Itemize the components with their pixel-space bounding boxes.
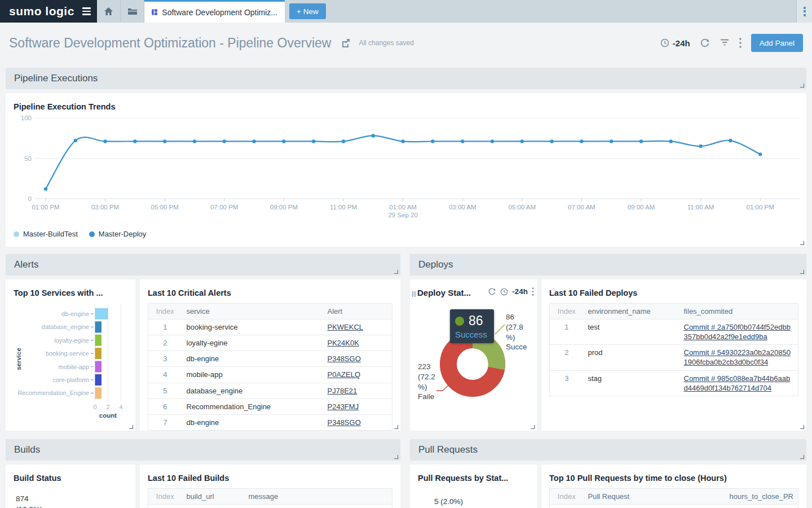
header-actions: -24h Add Panel <box>660 34 803 52</box>
resize-handle-icon[interactable] <box>394 270 398 274</box>
cell-link[interactable]: P243FMJ <box>328 402 359 411</box>
new-tab-button[interactable]: + New <box>289 3 326 19</box>
menu-icon[interactable] <box>82 7 91 15</box>
bar-booking-service[interactable] <box>95 348 102 359</box>
data-table: IndexserviceAlert1booking-servicePKWEKCL… <box>148 303 392 431</box>
dashboard-grid-icon <box>152 8 157 16</box>
add-panel-button[interactable]: Add Panel <box>751 34 803 52</box>
resize-handle-icon[interactable] <box>800 241 804 245</box>
cell-link[interactable]: Commit # 985c088ea7b44b6aabd4469d0f134b7… <box>684 374 791 392</box>
panel-title: Build Status <box>6 465 135 483</box>
bar-loyalty-egine[interactable] <box>95 335 102 346</box>
section-pull-requests[interactable]: Pull Requests <box>410 439 806 461</box>
svg-text:29 Sep 20: 29 Sep 20 <box>388 212 417 218</box>
cell-link[interactable]: P348SGO <box>328 418 361 427</box>
panel-title: Top 10 Pull Requests by time to close (H… <box>541 465 806 483</box>
tab-bar-menu-icon[interactable] <box>796 0 812 23</box>
resize-handle-icon[interactable] <box>129 425 133 429</box>
column-header[interactable]: message <box>244 489 392 505</box>
services-bar-chart[interactable]: 024db-enginedatabase_engineloyalty-egine… <box>6 300 135 423</box>
bar-core-platform[interactable] <box>95 374 102 386</box>
section-title: Pull Requests <box>418 444 478 456</box>
column-header[interactable]: Pull Request <box>584 489 725 505</box>
sumo-logic-logo[interactable]: sumo logic <box>0 0 97 23</box>
svg-text:100: 100 <box>21 115 32 121</box>
table-row: 3db-engineP348SGO <box>148 351 392 367</box>
column-header[interactable]: Index <box>148 304 182 319</box>
svg-text:03:00 PM: 03:00 PM <box>91 204 119 211</box>
table-row: 2loyalty-eginePK24K0K <box>148 335 392 351</box>
bar-Recommendation_Engine[interactable] <box>95 387 102 398</box>
section-pipeline-executions[interactable]: Pipeline Executions <box>6 68 806 89</box>
chart-tooltip: 86 Success <box>450 309 494 343</box>
pipeline-trends-chart[interactable]: 05010001:00 PM03:00 PM05:00 PM07:00 PM09… <box>6 112 806 223</box>
donut-callout-failed: 223 (72.2 %) Faile <box>418 362 445 402</box>
column-header[interactable]: environment_name <box>584 304 679 319</box>
data-table: Indexenvironment_namefiles_commited1test… <box>549 303 798 396</box>
resize-handle-icon[interactable] <box>800 270 804 274</box>
svg-text:0: 0 <box>93 404 96 410</box>
column-header[interactable]: hours_to_close_PR <box>725 489 798 505</box>
cell-link[interactable]: PJ78E21 <box>328 387 358 395</box>
bar-database_engine[interactable] <box>95 321 102 332</box>
section-alerts[interactable]: Alerts <box>6 254 400 275</box>
time-range-control[interactable]: -24h <box>660 38 690 48</box>
cell-link[interactable]: Commit # 2a750f0b0744f52edbb357bb0d42a2f… <box>684 323 791 341</box>
column-header[interactable]: build_url <box>182 489 244 505</box>
bar-mobile-app[interactable] <box>95 361 102 373</box>
section-deploys[interactable]: Deploys <box>410 254 806 275</box>
pull-requests-table: IndexPull Requesthours_to_close_PR <box>541 488 806 508</box>
svg-text:01:00 AM: 01:00 AM <box>389 204 417 211</box>
resize-handle-icon[interactable] <box>800 84 804 87</box>
cell-link[interactable]: P348SGO <box>328 354 361 363</box>
build-status-metric: 874 (16.2%) <box>16 494 135 508</box>
kebab-menu-icon[interactable] <box>739 38 742 48</box>
cell-link[interactable]: Commit # 54930223a0b2a208501906fcba0b2cb… <box>684 348 791 366</box>
cell-link[interactable]: PK24K0K <box>328 339 359 347</box>
resize-handle-icon[interactable] <box>394 425 398 429</box>
table-row: 7db-engineP348SGO <box>148 414 392 430</box>
resize-handle-icon[interactable] <box>800 455 804 459</box>
data-table: IndexPull Requesthours_to_close_PR <box>549 488 798 508</box>
legend-item[interactable]: Master-Deploy <box>89 230 147 238</box>
filter-icon[interactable] <box>720 38 730 47</box>
column-header[interactable]: files_commited <box>679 304 798 319</box>
table-row: 5database_enginePJ78E21 <box>148 383 392 398</box>
table-row: 6Recommendation_EngineP243FMJ <box>148 398 392 414</box>
column-header[interactable]: service <box>182 304 323 319</box>
home-tab[interactable] <box>97 0 121 23</box>
dashboard-tab[interactable]: Software Development Optimiz... <box>144 0 285 23</box>
bar-db-engine[interactable] <box>95 308 108 319</box>
share-icon[interactable] <box>341 38 351 47</box>
library-tab[interactable] <box>121 0 144 23</box>
svg-text:01:00 PM: 01:00 PM <box>32 204 59 211</box>
cell-link[interactable]: P0AZELQ <box>328 370 361 379</box>
svg-text:0: 0 <box>28 195 32 202</box>
section-title: Alerts <box>14 259 38 270</box>
resize-handle-icon[interactable] <box>394 455 398 459</box>
panel-last-failed-deploys: Last 10 Failed Deploys Indexenvironment_… <box>541 279 806 431</box>
legend-item[interactable]: Master-BuildTest <box>14 230 78 238</box>
section-builds[interactable]: Builds <box>6 439 400 461</box>
svg-text:count: count <box>99 412 117 419</box>
cell-link[interactable]: PKWEKCL <box>328 323 364 331</box>
svg-text:database_engine: database_engine <box>42 323 89 330</box>
resize-handle-icon[interactable] <box>800 425 804 429</box>
column-header[interactable]: Index <box>148 489 182 505</box>
chart-legend: Master-BuildTestMaster-Deploy <box>6 223 806 238</box>
deploy-status-donut-chart[interactable] <box>410 279 537 431</box>
panel-pipeline-execution-trends: Pipeline Execution Trends 05010001:00 PM… <box>6 93 806 247</box>
section-title: Deploys <box>418 259 453 270</box>
svg-text:50: 50 <box>24 155 32 162</box>
svg-text:05:00 PM: 05:00 PM <box>151 204 179 211</box>
resize-handle-icon[interactable] <box>531 425 535 429</box>
column-header[interactable]: Index <box>550 489 584 505</box>
panel-title: Pipeline Execution Trends <box>6 93 806 111</box>
legend-dot-icon <box>14 231 19 237</box>
column-header[interactable]: Index <box>550 304 584 319</box>
tab-bar-spacer <box>326 0 796 23</box>
refresh-icon[interactable] <box>700 38 710 48</box>
table-row: 1testCommit # 2a750f0b0744f52edbb357bb0d… <box>550 319 798 345</box>
svg-text:db-engine: db-engine <box>61 310 89 317</box>
column-header[interactable]: Alert <box>323 304 392 319</box>
